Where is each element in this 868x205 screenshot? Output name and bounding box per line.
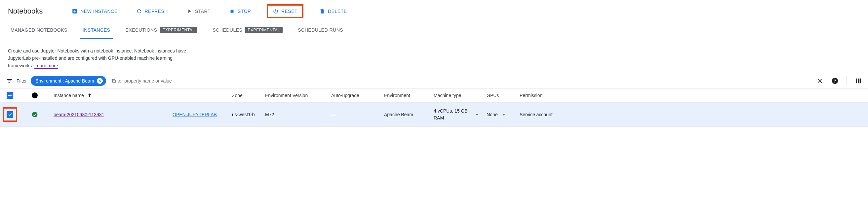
stop-button[interactable]: STOP bbox=[226, 6, 253, 16]
page-title: Notebooks bbox=[8, 7, 43, 15]
new-instance-button[interactable]: NEW INSTANCE bbox=[69, 6, 120, 16]
select-all-checkbox[interactable] bbox=[7, 92, 13, 99]
tab-managed-notebooks[interactable]: MANAGED NOTEBOOKS bbox=[8, 22, 70, 39]
status-ok-icon bbox=[31, 111, 38, 118]
zone-value: us-west1-b bbox=[232, 111, 254, 118]
table-header: Instance name Zone Environment Version A… bbox=[0, 89, 868, 102]
refresh-icon bbox=[136, 8, 142, 14]
svg-text:?: ? bbox=[834, 78, 836, 83]
reset-button[interactable]: RESET bbox=[267, 4, 304, 18]
col-instance-name[interactable]: Instance name bbox=[50, 93, 168, 98]
columns-icon[interactable] bbox=[855, 77, 862, 84]
tabs: MANAGED NOTEBOOKS INSTANCES EXECUTIONS E… bbox=[0, 22, 868, 39]
chevron-down-icon: ▼ bbox=[502, 113, 505, 116]
open-jupyterlab-link[interactable]: OPEN JUPYTERLAB bbox=[173, 112, 217, 117]
instance-name-link[interactable]: beam-20210630-113931 bbox=[54, 112, 104, 117]
learn-more-link[interactable]: Learn more bbox=[34, 63, 58, 69]
col-machine-type[interactable]: Machine type bbox=[430, 93, 483, 98]
status-header-icon[interactable] bbox=[32, 93, 38, 98]
filter-input[interactable] bbox=[110, 76, 812, 86]
col-permission[interactable]: Permission bbox=[516, 93, 559, 98]
col-env-version[interactable]: Environment Version bbox=[261, 93, 327, 98]
filter-icon bbox=[6, 77, 12, 84]
power-icon bbox=[273, 8, 279, 14]
tab-instances[interactable]: INSTANCES bbox=[80, 22, 113, 39]
env-version-value: M72 bbox=[265, 111, 274, 118]
chevron-down-icon: ▼ bbox=[475, 113, 478, 116]
experimental-badge: EXPERIMENTAL bbox=[245, 27, 283, 33]
clear-icon[interactable] bbox=[816, 77, 824, 84]
auto-upgrade-value: — bbox=[331, 111, 336, 118]
svg-point-2 bbox=[32, 112, 38, 117]
experimental-badge: EXPERIMENTAL bbox=[160, 27, 197, 33]
chip-close-icon[interactable]: ✕ bbox=[97, 78, 103, 84]
refresh-button[interactable]: REFRESH bbox=[133, 6, 170, 16]
machine-type-dropdown[interactable]: 4 vCPUs, 15 GB RAM▼ bbox=[430, 108, 483, 122]
row-checkbox[interactable] bbox=[7, 111, 13, 118]
delete-button[interactable]: DELETE bbox=[317, 6, 349, 16]
toolbar: Notebooks NEW INSTANCE REFRESH START STO… bbox=[0, 0, 868, 22]
gpus-dropdown[interactable]: None▼ bbox=[483, 111, 516, 118]
help-icon[interactable]: ? bbox=[831, 77, 839, 84]
col-environment[interactable]: Environment bbox=[380, 93, 430, 98]
col-gpus[interactable]: GPUs bbox=[483, 93, 516, 98]
filter-bar: Filter Environment : Apache Beam ✕ ? bbox=[0, 73, 868, 89]
play-icon bbox=[186, 8, 192, 14]
start-button[interactable]: START bbox=[184, 6, 213, 16]
tab-schedules[interactable]: SCHEDULES EXPERIMENTAL bbox=[210, 22, 285, 39]
filter-chip[interactable]: Environment : Apache Beam ✕ bbox=[31, 76, 106, 86]
environment-value: Apache Beam bbox=[384, 111, 413, 118]
divider bbox=[846, 76, 847, 86]
stop-icon bbox=[229, 8, 235, 14]
filter-label: Filter bbox=[17, 78, 27, 83]
sort-arrow-icon bbox=[87, 93, 93, 98]
col-zone[interactable]: Zone bbox=[228, 93, 261, 98]
add-box-icon bbox=[72, 8, 78, 14]
instances-table: Instance name Zone Environment Version A… bbox=[0, 89, 868, 127]
trash-icon bbox=[319, 8, 325, 14]
description: Create and use Jupyter Notebooks with a … bbox=[0, 39, 205, 73]
table-row: beam-20210630-113931 OPEN JUPYTERLAB us-… bbox=[0, 102, 868, 127]
tab-executions[interactable]: EXECUTIONS EXPERIMENTAL bbox=[123, 22, 200, 39]
col-auto-upgrade[interactable]: Auto-upgrade bbox=[327, 93, 380, 98]
tab-scheduled-runs[interactable]: SCHEDULED RUNS bbox=[295, 22, 346, 39]
permission-value: Service account bbox=[520, 111, 553, 118]
